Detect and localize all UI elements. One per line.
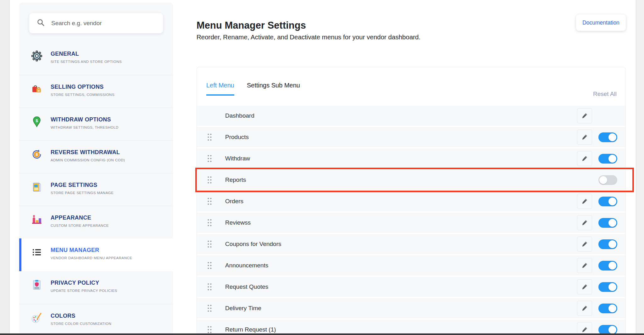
sidebar-item-selling-options[interactable]: u SELLING OPTIONS STORE SETTINGS, COMMIS… <box>19 75 173 108</box>
menu-rows: Dashboard Products Withdraw Reports Orde <box>197 106 625 335</box>
sidebar-item-label: PRIVACY POLICY <box>51 280 117 286</box>
sidebar-item-label: MENU MANAGER <box>51 247 132 254</box>
sidebar-item-sublabel: STORE PAGE SETTINGS MANAGE <box>51 191 114 195</box>
sidebar-item-label: REVERSE WITHDRAWAL <box>51 149 125 156</box>
sidebar-item-sublabel: STORE SETTINGS, COMMISSIONS <box>51 93 114 97</box>
appearance-icon <box>31 214 42 226</box>
menu-row: Dashboard <box>197 106 625 126</box>
menu-row-label: Products <box>225 134 249 141</box>
menu-row: Orders <box>197 191 625 211</box>
menu-row-label: Reviewss <box>225 219 251 226</box>
coin-arrow-icon: $ <box>31 149 42 160</box>
sidebar-item-label: PAGE SETTINGS <box>51 182 114 188</box>
menu-row: Coupons for Vendors <box>197 234 625 254</box>
menu-row-label: Reports <box>225 176 246 183</box>
sidebar-item-label: APPEARANCE <box>51 215 109 221</box>
edit-pencil-button[interactable] <box>577 130 592 145</box>
sidebar-item-sublabel: ADMIN COMMISSION CONFIG (ON COD) <box>51 158 125 162</box>
edit-pencil-button[interactable] <box>577 258 592 273</box>
sidebar-item-sublabel: WITHDRAW SETTINGS, THRESHOLD <box>51 126 119 129</box>
sidebar-item-sublabel: VENDOR DASHBOARD MENU APPEARANCE <box>51 256 132 260</box>
drag-handle-icon[interactable] <box>207 133 212 141</box>
edit-pencil-button[interactable] <box>577 215 592 230</box>
window-left-margin <box>0 0 10 335</box>
palette-icon <box>31 312 42 324</box>
active-toggle[interactable] <box>598 154 617 164</box>
menu-row: Return Request (1) <box>197 320 625 335</box>
window-bottom-edge <box>0 333 644 335</box>
drag-handle-icon[interactable] <box>207 326 212 334</box>
documentation-button[interactable]: Documentation <box>576 14 626 31</box>
settings-sidebar: GENERAL SITE SETTINGS AND STORE OPTIONS … <box>19 3 173 333</box>
menu-list-icon <box>31 247 42 258</box>
active-toggle[interactable] <box>598 261 617 271</box>
reset-all-link[interactable]: Reset All <box>593 91 617 98</box>
menu-row: Reviewss <box>197 213 625 233</box>
edit-pencil-button[interactable] <box>577 194 592 209</box>
drag-handle-icon[interactable] <box>207 219 212 227</box>
menu-row-label: Announcements <box>225 262 268 269</box>
sidebar-item-label: WITHDRAW OPTIONS <box>51 116 119 123</box>
active-toggle[interactable] <box>598 325 617 335</box>
sidebar-item-label: GENERAL <box>51 51 122 57</box>
edit-pencil-button[interactable] <box>577 237 592 252</box>
menu-row-label: Request Quotes <box>225 283 268 290</box>
drag-handle-icon[interactable] <box>207 240 212 248</box>
menu-row-label: Orders <box>225 198 243 205</box>
sidebar-item-colors[interactable]: COLORS STORE COLOR CUSTOMIZATION <box>19 304 173 335</box>
drag-handle-icon[interactable] <box>207 283 212 291</box>
menu-row: Announcements <box>197 255 625 276</box>
active-toggle[interactable] <box>598 304 617 313</box>
active-toggle[interactable] <box>598 175 617 185</box>
menu-row: Reports <box>197 170 625 190</box>
toggle-knob <box>608 304 616 312</box>
shopping-bags-icon: u <box>31 83 42 95</box>
drag-handle-icon[interactable] <box>207 304 212 312</box>
active-toggle[interactable] <box>598 239 617 249</box>
toggle-knob <box>608 155 616 163</box>
page-subtitle: Reorder, Rename, Activate, and Deactivat… <box>197 33 420 41</box>
active-toggle[interactable] <box>598 218 617 228</box>
edit-pencil-button[interactable] <box>577 108 592 123</box>
toggle-knob <box>608 240 616 248</box>
tab-left-menu[interactable]: Left Menu <box>206 82 234 96</box>
drag-handle-icon[interactable] <box>207 154 212 163</box>
active-toggle[interactable] <box>598 132 617 142</box>
sidebar-item-general[interactable]: GENERAL SITE SETTINGS AND STORE OPTIONS <box>19 42 173 75</box>
sidebar-item-appearance[interactable]: APPEARANCE CUSTOM STORE APPEARANCE <box>19 206 173 238</box>
sidebar-item-privacy-policy[interactable]: PRIVACY POLICY UPDATE STORE PRIVACY POLI… <box>19 271 173 304</box>
sidebar-item-label: SELLING OPTIONS <box>51 84 114 90</box>
page-icon <box>31 181 42 193</box>
drag-handle-icon[interactable] <box>207 197 212 205</box>
edit-pencil-button[interactable] <box>577 322 592 335</box>
edit-pencil-button[interactable] <box>577 279 592 294</box>
page-title: Menu Manager Settings <box>197 20 306 31</box>
active-toggle[interactable] <box>598 197 617 206</box>
sidebar-item-page-settings[interactable]: PAGE SETTINGS STORE PAGE SETTINGS MANAGE <box>19 173 173 206</box>
menu-row: Products <box>197 127 625 147</box>
edit-pencil-button[interactable] <box>577 301 592 316</box>
search-icon <box>36 18 46 29</box>
active-toggle[interactable] <box>598 282 617 292</box>
sidebar-item-menu-manager[interactable]: MENU MANAGER VENDOR DASHBOARD MENU APPEA… <box>19 238 173 271</box>
edit-pencil-button[interactable] <box>577 151 592 166</box>
sidebar-item-withdraw-options[interactable]: $ WITHDRAW OPTIONS WITHDRAW SETTINGS, TH… <box>19 108 173 140</box>
tab-settings-sub-menu[interactable]: Settings Sub Menu <box>247 82 300 96</box>
menu-row: Delivery Time <box>197 298 625 318</box>
toggle-knob <box>608 198 616 205</box>
svg-text:$: $ <box>36 118 38 123</box>
menu-row-label: Dashboard <box>225 112 254 119</box>
toggle-knob <box>608 219 616 227</box>
menu-row-label: Delivery Time <box>225 305 261 312</box>
sidebar-item-reverse-withdrawal[interactable]: $ REVERSE WITHDRAWAL ADMIN COMMISSION CO… <box>19 140 173 173</box>
menu-row-label: Withdraw <box>225 155 250 162</box>
drag-handle-icon[interactable] <box>207 176 212 184</box>
sidebar-search <box>29 13 163 33</box>
window-right-margin <box>636 0 644 335</box>
drag-handle-icon[interactable] <box>207 261 212 270</box>
sidebar-item-sublabel: STORE COLOR CUSTOMIZATION <box>51 322 111 326</box>
sidebar-item-sublabel: UPDATE STORE PRIVACY POLICIES <box>51 289 117 293</box>
sidebar-item-sublabel: CUSTOM STORE APPEARANCE <box>51 224 109 227</box>
search-input[interactable] <box>51 20 156 27</box>
menu-row: Request Quotes <box>197 277 625 297</box>
